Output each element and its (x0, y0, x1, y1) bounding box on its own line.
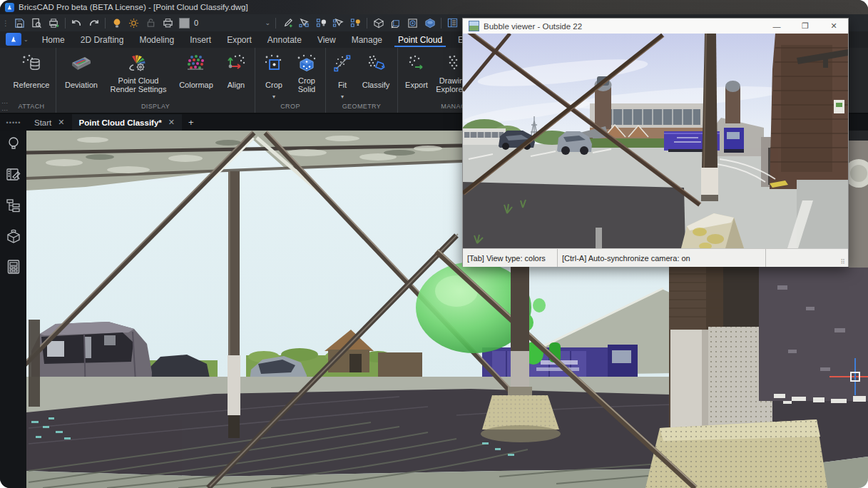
button-label: Solid (298, 85, 315, 93)
print-icon[interactable] (162, 17, 174, 29)
crop-button[interactable]: Crop ▾ (257, 48, 290, 101)
fit-button[interactable]: Fit ▾ (328, 48, 357, 101)
close-icon[interactable]: ✕ (168, 118, 175, 127)
lock-icon[interactable] (145, 17, 157, 29)
ribbon-drag-handle-icon[interactable]: ⋮⋮ (1, 100, 9, 114)
doctab-point-cloud-classify[interactable]: Point Cloud Classify* ✕ (72, 114, 183, 131)
isolate-entities-icon[interactable] (315, 17, 327, 29)
tab-2d-drafting[interactable]: 2D Drafting (73, 31, 132, 48)
match-properties-icon[interactable] (281, 17, 293, 29)
ribbon-group-crop: Crop ▾ CropSolid CROP (255, 48, 326, 113)
print-preview-icon[interactable] (31, 17, 43, 29)
brightness-icon[interactable] (128, 17, 140, 29)
minimize-button[interactable]: — (762, 19, 791, 34)
undo-icon[interactable] (71, 17, 83, 29)
tab-view[interactable]: View (310, 31, 344, 48)
doctab-drag-handle-icon[interactable]: ••••• (0, 114, 27, 131)
print-export-icon[interactable] (48, 17, 60, 29)
window-title: BricsCAD Pro beta (BETA License) - [Poin… (19, 3, 248, 11)
point-cloud-render-settings-button[interactable]: Point CloudRender Settings (104, 48, 173, 101)
align-icon (225, 51, 247, 76)
crop-solid-button[interactable]: CropSolid (290, 48, 323, 101)
select-similar-icon[interactable] (298, 17, 310, 29)
lamp-icon[interactable] (6, 136, 21, 152)
bubble-photo-view[interactable] (463, 34, 848, 248)
tab-point-cloud[interactable]: Point Cloud (390, 31, 450, 48)
tab-manage[interactable]: Manage (344, 31, 390, 48)
chevron-down-icon[interactable]: ⌄ (265, 19, 270, 26)
reference-button[interactable]: Reference (9, 48, 53, 101)
colormap-button[interactable]: Colormap (173, 48, 220, 101)
drawing-explorer-icon (444, 51, 463, 76)
classify-icon (364, 51, 387, 76)
section-view-icon[interactable] (407, 17, 419, 29)
align-button[interactable]: Align (220, 48, 252, 101)
bubble-title-bar[interactable]: Bubble viewer - Outside 22 — ❐ ✕ (463, 19, 848, 34)
title-bar: BricsCAD Pro beta (BETA License) - [Poin… (0, 0, 868, 14)
classify-button[interactable]: Classify (357, 48, 395, 101)
lamp-on-icon[interactable] (111, 17, 123, 29)
layer-color-swatch[interactable] (179, 18, 190, 29)
layer-combo[interactable]: 0 ⌄ (179, 18, 270, 29)
deviation-button[interactable]: Deviation (58, 48, 104, 101)
resize-grip-icon[interactable]: ⠿ (840, 258, 848, 267)
maximize-button[interactable]: ❐ (791, 19, 820, 34)
calculator-panel-icon[interactable] (6, 259, 21, 275)
select-entities-icon[interactable] (332, 17, 344, 29)
toolbar-drag-handle-icon[interactable]: ⋮ (3, 17, 9, 29)
button-label: Reference (14, 81, 50, 89)
yellow-barrier (645, 420, 827, 488)
group-label-attach: ATTACH (9, 101, 53, 113)
button-label: Align (228, 81, 245, 89)
doctab-label: Point Cloud Classify* (79, 118, 162, 127)
photo-brick-building (770, 34, 848, 189)
ribbon-group-attach: Reference ATTACH (7, 48, 56, 113)
close-icon[interactable]: ✕ (58, 118, 64, 127)
bricscad-window: BricsCAD Pro beta (BETA License) - [Poin… (0, 0, 868, 488)
tab-home[interactable]: Home (34, 31, 73, 48)
dropdown-caret-icon[interactable]: ▾ (272, 93, 275, 100)
hide-entities-icon[interactable] (349, 17, 362, 29)
new-tab-button[interactable]: + (182, 114, 200, 131)
export-button[interactable]: Export (400, 48, 433, 101)
ribbon-group-display: Deviation Point CloudRender Settings (56, 48, 255, 113)
components-block-icon[interactable] (6, 228, 21, 244)
chevron-down-icon[interactable]: ⌄ (24, 36, 29, 43)
photo-truck-cab (724, 128, 744, 153)
tab-insert[interactable]: Insert (182, 31, 219, 48)
button-label: Classify (362, 81, 390, 89)
toolbar-separator (105, 18, 106, 29)
redo-icon[interactable] (88, 17, 100, 29)
render-settings-icon (126, 51, 150, 76)
dropdown-caret-icon[interactable]: ▾ (341, 93, 344, 100)
tab-modeling[interactable]: Modeling (131, 31, 182, 48)
left-panel-bar (0, 131, 26, 488)
crop-solid-icon (295, 51, 318, 76)
box-views-icon[interactable] (372, 17, 384, 29)
close-button[interactable]: ✕ (820, 19, 848, 34)
fit-icon (332, 51, 352, 76)
layer-combo-value: 0 (194, 19, 198, 27)
colormap-icon (185, 51, 208, 76)
structure-tree-icon[interactable] (6, 198, 21, 213)
bubble-title: Bubble viewer - Outside 22 (484, 22, 582, 31)
render-composition-icon[interactable] (6, 167, 21, 183)
tab-annotate[interactable]: Annotate (260, 31, 310, 48)
doctab-start[interactable]: Start ✕ (27, 114, 72, 131)
point-cloud-reference-icon (21, 51, 42, 76)
status-auto-sync: [Ctrl-A] Auto-synchronize camera: on (558, 249, 766, 267)
button-label: Fit (338, 81, 347, 89)
button-label: Deviation (65, 81, 98, 89)
button-label: Colormap (179, 81, 213, 89)
save-icon[interactable] (14, 17, 26, 29)
crop-icon (263, 51, 285, 76)
photo-hedge (584, 138, 671, 148)
tab-export[interactable]: Export (219, 31, 260, 48)
drawing-explorer-panel-icon[interactable] (446, 17, 459, 29)
button-label: Point Cloud (111, 76, 167, 85)
status-view-type: [Tab] View type: colors (463, 249, 558, 267)
render-sphere-icon[interactable] (424, 17, 436, 29)
export-icon (407, 51, 427, 76)
box-wireframe-icon[interactable] (389, 17, 402, 29)
ribbon-app-button[interactable] (6, 33, 21, 46)
